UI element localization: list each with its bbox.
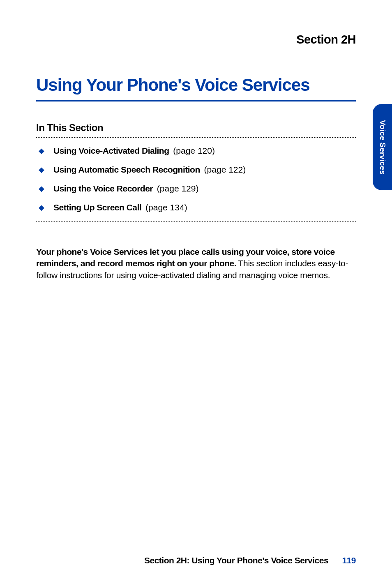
diamond-icon: ◆ (39, 185, 44, 192)
toc-page-ref: (page 122) (204, 165, 246, 174)
dotted-rule-top (36, 137, 356, 138)
toc-title: Using Voice-Activated Dialing (53, 146, 169, 155)
diamond-icon: ◆ (39, 166, 44, 173)
page-title: Using Your Phone's Voice Services (36, 75, 356, 95)
toc-list: ◆ Using Voice-Activated Dialing (page 12… (36, 146, 356, 212)
toc-page-ref: (page 134) (145, 203, 187, 212)
footer: Section 2H: Using Your Phone's Voice Ser… (144, 556, 356, 565)
dotted-rule-bottom (36, 221, 356, 222)
toc-item: ◆ Using the Voice Recorder (page 129) (36, 184, 356, 194)
toc-item: ◆ Using Voice-Activated Dialing (page 12… (36, 146, 356, 156)
intro-block: Your phone's Voice Services let you plac… (36, 246, 356, 281)
toc-title: Using Automatic Speech Recognition (53, 165, 200, 174)
toc-title: Setting Up Screen Call (53, 203, 141, 212)
toc-title: Using the Voice Recorder (53, 184, 153, 193)
diamond-icon: ◆ (39, 147, 44, 154)
toc-item: ◆ Using Automatic Speech Recognition (pa… (36, 165, 356, 175)
title-rule (36, 100, 356, 101)
toc-item: ◆ Setting Up Screen Call (page 134) (36, 203, 356, 212)
toc-page-ref: (page 129) (157, 184, 199, 193)
diamond-icon: ◆ (39, 204, 44, 211)
footer-page-number: 119 (342, 556, 356, 565)
toc-page-ref: (page 120) (173, 146, 215, 155)
section-label: Section 2H (36, 33, 356, 46)
footer-text: Section 2H: Using Your Phone's Voice Ser… (144, 556, 328, 565)
in-this-section-heading: In This Section (36, 122, 356, 134)
